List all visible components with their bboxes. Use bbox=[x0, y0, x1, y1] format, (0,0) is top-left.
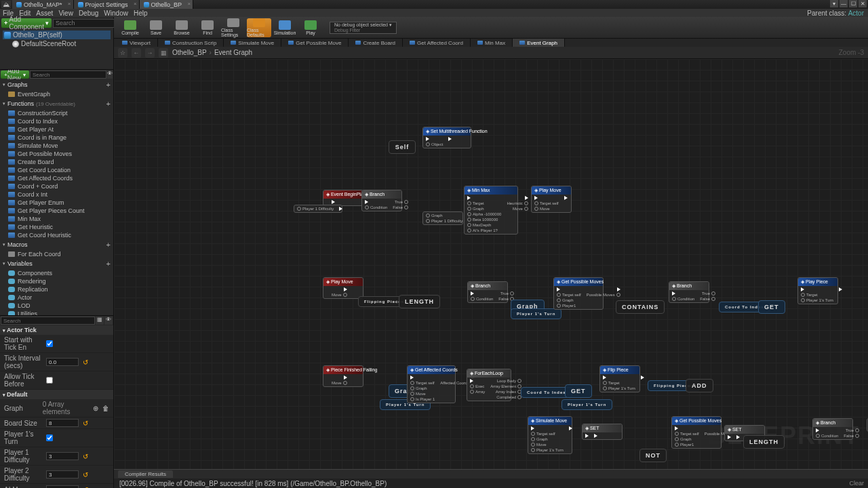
list-item[interactable]: Rendering bbox=[5, 277, 113, 285]
pin-icon[interactable] bbox=[404, 200, 408, 204]
graph-node[interactable]: ◈ Play MoveTarget selfMove bbox=[531, 186, 572, 213]
compact-node[interactable]: LENGTH bbox=[399, 295, 440, 308]
compiler-results-tab[interactable]: Compiler Results bbox=[118, 470, 173, 478]
pin-icon[interactable] bbox=[564, 196, 568, 200]
pin-icon[interactable] bbox=[426, 142, 430, 146]
nav-grid-icon[interactable]: ▦ bbox=[159, 48, 168, 58]
pin-icon[interactable] bbox=[839, 287, 842, 291]
pin-icon[interactable] bbox=[531, 432, 535, 436]
parent-class-link[interactable]: Actor bbox=[848, 9, 864, 17]
pin-icon[interactable] bbox=[801, 293, 805, 297]
close-icon[interactable]: × bbox=[187, 1, 191, 7]
window-button[interactable]: ▾ bbox=[830, 0, 838, 7]
graph-node[interactable]: ◈ Piece Finished FallingMove bbox=[323, 365, 363, 387]
section-header[interactable]: Variables+ bbox=[0, 258, 113, 269]
menu-item[interactable]: Help bbox=[134, 9, 148, 17]
add-icon[interactable]: + bbox=[106, 81, 111, 89]
section-header[interactable]: Macros+ bbox=[0, 239, 113, 250]
title-tab[interactable]: Othello_MAP*× bbox=[12, 0, 74, 9]
list-item[interactable]: Simulate Move bbox=[5, 142, 113, 150]
pin-icon[interactable] bbox=[816, 428, 819, 432]
details-eye-icon[interactable]: 👁 bbox=[104, 317, 113, 325]
toolbar-button[interactable]: Simulation bbox=[273, 18, 297, 37]
graph-tab[interactable]: Get Affected Coord bbox=[403, 39, 471, 47]
pin-icon[interactable] bbox=[470, 379, 473, 383]
pin-icon[interactable] bbox=[343, 381, 347, 385]
pin-icon[interactable] bbox=[410, 397, 414, 401]
list-item[interactable]: Get Heuristic bbox=[5, 223, 113, 231]
list-item[interactable]: For Each Coord bbox=[5, 250, 113, 258]
pin-icon[interactable] bbox=[471, 291, 474, 296]
compact-node[interactable]: NOT bbox=[639, 449, 667, 462]
value-input[interactable] bbox=[46, 452, 79, 460]
graph-node[interactable]: ◈ Event BeginPlay bbox=[323, 190, 363, 206]
list-item[interactable]: LOD bbox=[5, 302, 113, 310]
value-input[interactable] bbox=[46, 419, 79, 427]
menu-item[interactable]: View bbox=[58, 9, 73, 17]
compact-node[interactable]: CONTAINS bbox=[616, 300, 665, 314]
pin-icon[interactable] bbox=[343, 293, 347, 297]
graph-tab[interactable]: Simulate Move bbox=[224, 39, 281, 47]
pin-icon[interactable] bbox=[510, 291, 514, 296]
pin-icon[interactable] bbox=[603, 381, 607, 385]
crumb-graph[interactable]: Event Graph bbox=[214, 49, 252, 56]
list-item[interactable]: Min Max bbox=[5, 215, 113, 223]
pin-icon[interactable] bbox=[470, 390, 474, 394]
array-clear-icon[interactable]: 🗑 bbox=[102, 405, 109, 412]
component-root[interactable]: Othello_BP(self) bbox=[3, 30, 111, 39]
array-add-icon[interactable]: ⊕ bbox=[93, 405, 98, 412]
pin-icon[interactable] bbox=[534, 196, 538, 200]
list-item[interactable]: Create Board bbox=[5, 158, 113, 166]
pin-icon[interactable] bbox=[736, 435, 740, 439]
pin-icon[interactable] bbox=[410, 375, 414, 380]
graph-node[interactable]: ◈ BranchConditionTrue False bbox=[467, 281, 508, 303]
list-item[interactable]: Coord + Coord bbox=[5, 182, 113, 190]
graph-tab[interactable]: Construction Scrip bbox=[158, 39, 224, 47]
pin-icon[interactable] bbox=[534, 201, 538, 205]
graph-node[interactable]: ◈ Get Possible MovesTarget selfGraphPlay… bbox=[553, 277, 604, 310]
pin-icon[interactable] bbox=[855, 428, 859, 432]
list-item[interactable]: Get Player Enum bbox=[5, 199, 113, 207]
pin-icon[interactable] bbox=[675, 426, 678, 430]
checkbox[interactable] bbox=[46, 434, 53, 441]
pin-icon[interactable] bbox=[525, 196, 528, 200]
pin-icon[interactable] bbox=[339, 207, 342, 211]
graph-tab[interactable]: Get Possible Move bbox=[281, 39, 349, 47]
pin-icon[interactable] bbox=[467, 223, 471, 227]
compact-node[interactable]: Player 1's Turn bbox=[511, 308, 561, 319]
pin-icon[interactable] bbox=[467, 196, 471, 200]
list-item[interactable]: Get Coord Location bbox=[5, 166, 113, 174]
details-section-header[interactable]: Actor Tick bbox=[0, 325, 113, 335]
list-item[interactable]: EventGraph bbox=[5, 90, 113, 98]
add-icon[interactable]: + bbox=[106, 241, 111, 249]
graph-node[interactable]: ◈ Get Possible MovesTarget selfGraphPlay… bbox=[671, 416, 722, 449]
pin-icon[interactable] bbox=[426, 137, 429, 141]
pin-icon[interactable] bbox=[467, 212, 471, 216]
value-input[interactable] bbox=[46, 485, 79, 488]
graph-node[interactable]: ◈ BranchConditionTrue False bbox=[669, 281, 709, 303]
list-item[interactable]: ConstructionScript bbox=[5, 109, 113, 117]
pin-icon[interactable] bbox=[470, 384, 474, 388]
pin-icon[interactable] bbox=[675, 443, 679, 447]
section-header[interactable]: Graphs+ bbox=[0, 79, 113, 90]
section-header[interactable]: Functions (19 Overridable)+ bbox=[0, 98, 113, 109]
pin-icon[interactable] bbox=[365, 200, 368, 204]
title-tab[interactable]: Project Settings× bbox=[74, 0, 140, 9]
pin-icon[interactable] bbox=[517, 379, 521, 383]
pin-icon[interactable] bbox=[410, 392, 414, 396]
compact-node[interactable]: ADD bbox=[686, 379, 713, 392]
pin-icon[interactable] bbox=[557, 298, 561, 302]
details-search-input[interactable] bbox=[1, 317, 95, 325]
clear-button[interactable]: Clear bbox=[849, 480, 864, 487]
pin-icon[interactable] bbox=[641, 375, 644, 380]
nav-fwd-icon[interactable]: → bbox=[145, 48, 155, 58]
pin-icon[interactable] bbox=[603, 386, 607, 390]
graph-node[interactable]: ◈ Min MaxTargetGraphAlpha -1000000Beta 1… bbox=[464, 186, 518, 235]
window-button[interactable]: — bbox=[840, 0, 848, 7]
graph-node[interactable]: ◈ BranchConditionTrue False bbox=[361, 190, 402, 211]
compact-node[interactable]: LENGTH bbox=[743, 435, 785, 449]
graph-tab[interactable]: Viewport bbox=[115, 39, 158, 47]
graph-node[interactable]: Player 1 Difficulty bbox=[294, 205, 342, 213]
graph-node[interactable]: ◈ Set Multithreaded FunctionObject bbox=[422, 127, 471, 148]
pin-icon[interactable] bbox=[467, 207, 471, 211]
